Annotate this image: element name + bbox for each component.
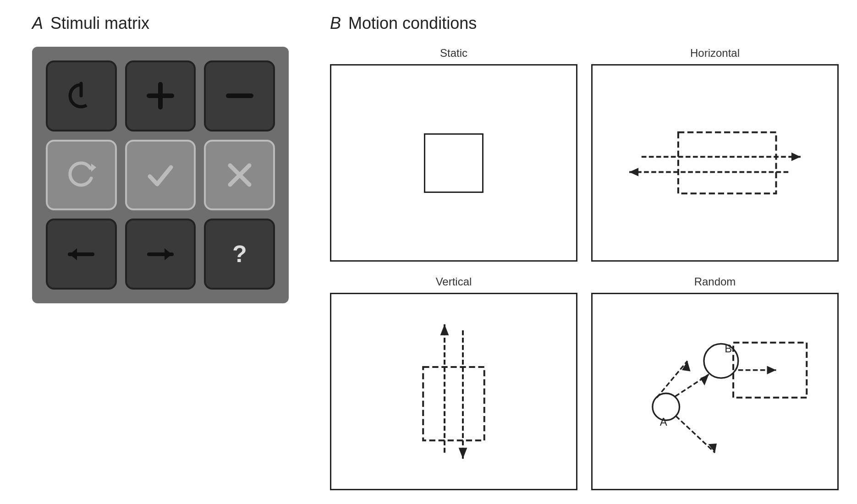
random-box: B A [591, 293, 839, 490]
horizontal-svg [593, 66, 837, 260]
svg-line-32 [676, 416, 715, 453]
right-panel-title: BMotion conditions [330, 14, 839, 33]
static-square [424, 133, 483, 193]
svg-marker-11 [165, 248, 172, 260]
right-panel: BMotion conditions Static Horizontal [302, 14, 839, 490]
left-arrow-button[interactable] [46, 219, 117, 290]
svg-text:?: ? [232, 241, 247, 267]
power-icon [65, 80, 97, 112]
svg-rect-13 [678, 132, 776, 194]
left-arrow-icon [65, 238, 97, 270]
stimuli-matrix: ? [32, 47, 289, 303]
static-label: Static [440, 47, 467, 60]
right-arrow-button[interactable] [125, 219, 196, 290]
cross-button[interactable] [204, 140, 275, 211]
motion-grid: Static Horizontal [330, 47, 839, 490]
vertical-svg [331, 294, 576, 489]
horizontal-label: Horizontal [690, 47, 740, 60]
reset-icon [65, 159, 97, 191]
static-cell: Static [330, 47, 577, 262]
check-button[interactable] [125, 140, 196, 211]
svg-marker-5 [91, 164, 96, 172]
plus-icon [144, 80, 176, 112]
question-icon: ? [224, 238, 256, 270]
vertical-cell: Vertical [330, 275, 577, 490]
random-label: Random [694, 275, 736, 288]
left-title-letter: A [32, 14, 43, 33]
minus-button[interactable] [204, 60, 275, 131]
svg-marker-31 [767, 366, 776, 374]
power-button[interactable] [46, 60, 117, 131]
svg-marker-17 [629, 168, 638, 176]
svg-rect-18 [423, 367, 484, 440]
minus-icon [224, 80, 256, 112]
svg-text:A: A [660, 416, 667, 428]
right-title-letter: B [330, 14, 341, 33]
vertical-label: Vertical [436, 275, 472, 288]
svg-marker-15 [791, 153, 801, 161]
horizontal-cell: Horizontal [591, 47, 839, 262]
cross-icon [224, 159, 256, 191]
plus-button[interactable] [125, 60, 196, 131]
right-arrow-icon [144, 238, 176, 270]
svg-text:B: B [725, 342, 732, 355]
horizontal-box [591, 64, 839, 262]
random-cell: Random B A [591, 275, 839, 490]
svg-marker-29 [700, 374, 709, 385]
vertical-box [330, 293, 577, 490]
left-title-text: Stimuli matrix [50, 14, 149, 33]
left-panel-title: AStimuli matrix [18, 14, 149, 33]
reset-button[interactable] [46, 140, 117, 211]
svg-marker-22 [459, 448, 467, 459]
random-svg: B A [593, 294, 837, 489]
main-container: AStimuli matrix [0, 0, 857, 504]
static-box [330, 64, 577, 262]
left-panel: AStimuli matrix [18, 14, 302, 490]
right-title-text: Motion conditions [348, 14, 477, 33]
question-button[interactable]: ? [204, 219, 275, 290]
svg-marker-20 [440, 324, 449, 335]
check-icon [144, 159, 176, 191]
svg-marker-9 [70, 248, 77, 260]
